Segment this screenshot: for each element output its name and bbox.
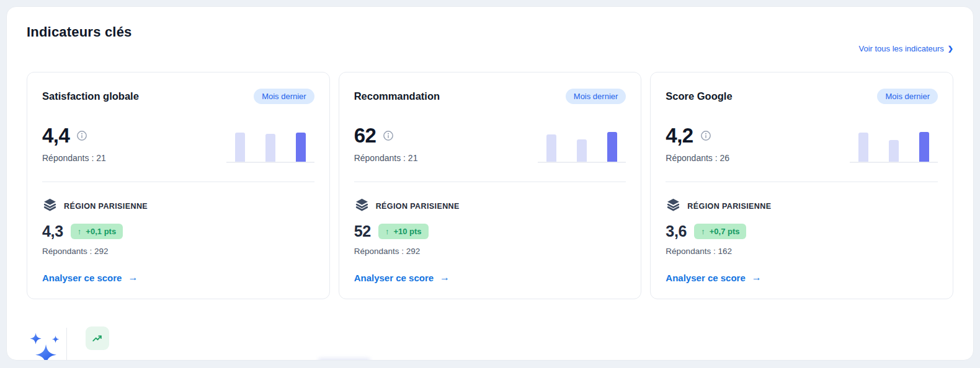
layers-icon xyxy=(666,197,681,215)
info-icon[interactable] xyxy=(76,129,88,142)
region-score-value: 4,3 xyxy=(42,222,63,240)
score-value: 4,2 xyxy=(666,125,693,146)
score-row: 4,2 Répondants : 26 xyxy=(666,125,938,163)
period-badge[interactable]: Mois dernier xyxy=(877,89,938,104)
card-title: Satisfaction globale xyxy=(42,90,139,102)
analyze-score-link[interactable]: Analyser ce score → xyxy=(354,272,450,283)
card-divider xyxy=(666,182,938,182)
view-all-label: Voir tous les indicateurs xyxy=(858,44,943,53)
period-badge[interactable]: Mois dernier xyxy=(254,89,314,104)
arrow-right-icon: → xyxy=(752,272,762,283)
layers-icon xyxy=(354,197,370,215)
region-score-row: 3,6 ↑ +0,7 pts xyxy=(666,222,938,240)
card-score-google: Score Google Mois dernier 4,2 Répondants… xyxy=(650,72,953,299)
insight-body: Votre NPS est au-dessus de la moyenne de… xyxy=(67,326,370,361)
score-value: 62 xyxy=(354,125,376,146)
score-block: 4,2 Répondants : 26 xyxy=(666,125,729,163)
delta-value: +0,7 pts xyxy=(710,227,740,236)
region-respondents-count: Répondants : 292 xyxy=(354,247,626,256)
info-icon[interactable] xyxy=(382,129,394,142)
arrow-right-icon: → xyxy=(128,272,138,283)
analyze-score-link[interactable]: Analyser ce score → xyxy=(42,272,138,283)
insight-text-before: Votre NPS est xyxy=(86,359,153,361)
mini-bar xyxy=(296,133,306,162)
mini-bar-chart xyxy=(850,131,938,163)
indicator-cards-row: Satisfaction globale Mois dernier 4,4 Ré… xyxy=(27,72,953,299)
page-title: Indicateurs clés xyxy=(27,24,953,40)
mini-bar xyxy=(858,133,868,162)
region-label: RÉGION PARISIENNE xyxy=(687,202,771,211)
region-row: RÉGION PARISIENNE xyxy=(42,197,314,215)
analyze-label: Analyser ce score xyxy=(42,273,122,283)
card-divider xyxy=(354,182,626,182)
mini-bar xyxy=(607,132,617,162)
nps-insight-section: Votre NPS est au-dessus de la moyenne de… xyxy=(27,326,953,361)
delta-badge: ↑ +10 pts xyxy=(378,224,429,239)
region-score-value: 52 xyxy=(354,222,371,240)
card-header: Satisfaction globale Mois dernier xyxy=(42,89,314,104)
card-recommandation: Recommandation Mois dernier 62 Répondant… xyxy=(339,72,642,299)
score-row: 4,4 Répondants : 21 xyxy=(42,125,314,163)
delta-value: +0,1 pts xyxy=(86,227,116,236)
region-row: RÉGION PARISIENNE xyxy=(354,197,626,215)
delta-badge: ↑ +0,7 pts xyxy=(694,224,746,239)
respondents-count: Répondants : 21 xyxy=(354,153,418,163)
region-label: RÉGION PARISIENNE xyxy=(64,202,148,211)
arrow-up-icon: ↑ xyxy=(78,227,82,236)
key-indicators-panel: Indicateurs clés Voir tous les indicateu… xyxy=(6,6,974,361)
respondents-count: Répondants : 26 xyxy=(666,153,729,163)
score-block: 62 Répondants : 21 xyxy=(354,125,418,163)
score-line: 4,2 xyxy=(666,125,729,146)
mini-bar-chart xyxy=(538,131,626,163)
mini-bar xyxy=(265,134,275,162)
card-title: Score Google xyxy=(666,90,732,102)
arrow-up-icon: ↑ xyxy=(701,227,705,236)
mini-bar xyxy=(889,140,899,162)
mini-bar-chart xyxy=(226,131,314,163)
region-respondents-count: Répondants : 162 xyxy=(666,247,938,256)
trending-up-icon xyxy=(86,326,109,350)
chevron-right-icon: ❯ xyxy=(948,45,953,52)
insight-text: Votre NPS est au-dessus de la moyenne de… xyxy=(86,358,370,361)
score-row: 62 Répondants : 21 xyxy=(354,125,626,163)
analyze-score-link[interactable]: Analyser ce score → xyxy=(666,272,761,283)
score-line: 4,4 xyxy=(42,125,106,146)
region-label: RÉGION PARISIENNE xyxy=(376,202,460,211)
insight-text-after: de la moyenne des sites xyxy=(200,359,313,361)
redacted-site-name xyxy=(318,358,370,361)
mini-bar xyxy=(919,132,929,162)
info-icon[interactable] xyxy=(700,129,712,142)
arrow-right-icon: → xyxy=(440,272,450,283)
view-all-link[interactable]: Voir tous les indicateurs ❯ xyxy=(858,44,953,53)
analyze-label: Analyser ce score xyxy=(354,273,434,283)
card-header: Score Google Mois dernier xyxy=(666,89,938,104)
score-block: 4,4 Répondants : 21 xyxy=(42,125,106,163)
card-divider xyxy=(42,182,314,182)
score-line: 62 xyxy=(354,125,418,146)
view-all-row: Voir tous les indicateurs ❯ xyxy=(27,44,953,53)
score-value: 4,4 xyxy=(42,125,69,146)
card-satisfaction-globale: Satisfaction globale Mois dernier 4,4 Ré… xyxy=(27,72,330,299)
respondents-count: Répondants : 21 xyxy=(42,153,106,163)
mini-bar xyxy=(546,134,556,162)
delta-badge: ↑ +0,1 pts xyxy=(71,224,123,239)
layers-icon xyxy=(42,197,58,215)
insight-highlight: au-dessus xyxy=(153,359,200,361)
arrow-up-icon: ↑ xyxy=(385,227,390,236)
mini-bar xyxy=(577,139,587,162)
mini-bar xyxy=(235,133,245,162)
delta-value: +10 pts xyxy=(393,227,421,236)
period-badge[interactable]: Mois dernier xyxy=(566,89,626,104)
analyze-label: Analyser ce score xyxy=(666,273,745,283)
sparkles-icon xyxy=(27,326,66,361)
region-score-row: 52 ↑ +10 pts xyxy=(354,222,626,240)
region-score-row: 4,3 ↑ +0,1 pts xyxy=(42,222,314,240)
region-score-value: 3,6 xyxy=(666,222,687,240)
region-row: RÉGION PARISIENNE xyxy=(666,197,938,215)
card-title: Recommandation xyxy=(354,90,440,102)
region-respondents-count: Répondants : 292 xyxy=(42,247,314,256)
card-header: Recommandation Mois dernier xyxy=(354,89,626,104)
